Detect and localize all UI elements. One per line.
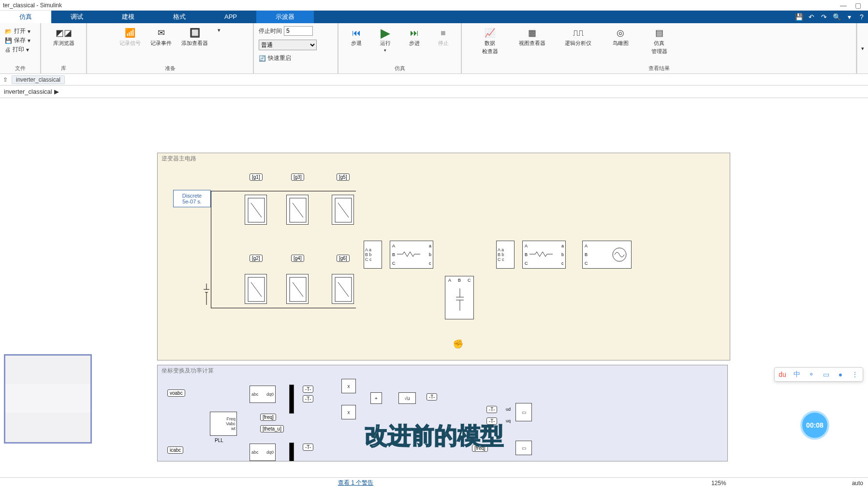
redo-icon[interactable]: ↷ xyxy=(818,11,830,23)
tag-theta[interactable]: [theta_u] xyxy=(260,425,284,432)
tag-T1[interactable]: -T- xyxy=(303,386,313,393)
maximize-icon[interactable]: ▢ xyxy=(851,1,865,9)
minimize-icon[interactable]: — xyxy=(836,1,851,9)
print-button[interactable]: 🖨打印▾ xyxy=(5,45,30,54)
prepare-dropdown[interactable]: ▾ xyxy=(214,25,224,35)
tag-voabc[interactable]: voabc xyxy=(167,389,185,397)
log-signal-button[interactable]: 📶 记录信号 xyxy=(116,25,145,49)
tag-g3[interactable]: [g3] xyxy=(291,173,304,181)
ime-dot-icon[interactable]: ⚬ xyxy=(807,370,816,379)
label-pll: PLL xyxy=(215,438,223,443)
block-ac-source[interactable]: ABC xyxy=(582,241,632,269)
record-timer: 00:08 xyxy=(800,411,829,440)
svg-text:C: C xyxy=(525,261,528,266)
block-igbt-2[interactable] xyxy=(245,274,267,304)
tag-icabc[interactable]: icabc xyxy=(167,446,183,454)
title-bar: ter_classical - Simulink — ▢ xyxy=(0,0,868,11)
nav-up-icon[interactable]: ⇧ xyxy=(3,76,8,83)
ime-more-icon[interactable]: ⋮ xyxy=(850,370,860,379)
log-event-button[interactable]: ✉ 记录事件 xyxy=(147,25,176,49)
add-viewer-button[interactable]: 🔲 添加查看器 xyxy=(177,25,212,49)
tag-g5[interactable]: [g5] xyxy=(337,173,350,181)
group-label-file: 文件 xyxy=(0,65,40,73)
tab-simulation[interactable]: 仿真 xyxy=(0,11,51,23)
tab-modeling[interactable]: 建模 xyxy=(103,11,154,23)
svg-line-7 xyxy=(293,203,303,217)
block-rlc-2[interactable]: ABCabc xyxy=(522,241,566,269)
data-inspector-button[interactable]: 📈 数据 检查器 xyxy=(476,25,503,57)
ribbon-dropdown[interactable]: ▾ xyxy=(857,23,868,73)
tag-g2[interactable]: [g2] xyxy=(250,255,263,262)
dropdown-icon[interactable]: ▾ xyxy=(843,11,855,23)
search-icon[interactable]: 🔍 xyxy=(830,11,843,23)
block-igbt-6[interactable] xyxy=(332,274,354,304)
block-abc-dq0-1[interactable]: abcdq0 xyxy=(250,386,276,403)
tag-g6[interactable]: [g6] xyxy=(337,255,350,262)
view-viewer-button[interactable]: ▦ 视图查看器 xyxy=(515,25,549,49)
step-back-button[interactable]: ⏮ 步退 xyxy=(343,25,370,49)
area-title-1: 逆变器主电路 xyxy=(158,153,730,164)
block-demux-1[interactable] xyxy=(289,385,294,414)
open-button[interactable]: 📂打开▾ xyxy=(5,27,30,35)
block-igbt-4[interactable] xyxy=(286,274,309,304)
tab-format[interactable]: 格式 xyxy=(154,11,205,23)
block-measurement-1[interactable]: A aB bC c xyxy=(364,241,382,269)
ime-logo-icon[interactable]: du xyxy=(778,370,787,379)
stop-button[interactable]: ■ 停止 xyxy=(430,25,457,49)
sim-mode-select[interactable]: 普通 xyxy=(259,40,317,50)
help-icon[interactable]: ? xyxy=(855,11,868,23)
tag-T2[interactable]: -T- xyxy=(303,395,313,402)
ime-keyboard-icon[interactable]: ▭ xyxy=(821,370,831,379)
block-sum[interactable]: + xyxy=(370,392,382,404)
model-thumbnail[interactable] xyxy=(4,354,92,444)
breadcrumb-root[interactable]: inverter_classical xyxy=(4,88,52,95)
block-igbt-5[interactable] xyxy=(332,195,354,225)
status-zoom[interactable]: 125% xyxy=(711,480,726,487)
save-quick-icon[interactable]: 💾 xyxy=(793,11,805,23)
ime-lang[interactable]: 中 xyxy=(792,370,802,379)
tag-out[interactable]: -T- xyxy=(427,393,437,401)
block-abc-dq0-2[interactable]: abcdq0 xyxy=(250,444,276,461)
tag-g4[interactable]: [g4] xyxy=(291,255,304,262)
library-browser-button[interactable]: ◩◪ 库浏览器 xyxy=(49,25,78,49)
status-warning-link[interactable]: 查看 1 个警告 xyxy=(338,479,373,486)
block-sqrt[interactable]: √u xyxy=(398,392,416,404)
undo-icon[interactable]: ↶ xyxy=(805,11,818,23)
block-cap-bank[interactable]: ABC xyxy=(445,276,474,319)
ribbon-tab-strip: 仿真 调试 建模 格式 APP 示波器 💾 ↶ ↷ 🔍 ▾ ? xyxy=(0,11,868,23)
svg-text:B: B xyxy=(525,252,528,257)
block-mult-2[interactable]: x xyxy=(341,405,356,419)
block-dc-source[interactable] xyxy=(204,284,214,307)
block-demux-2[interactable] xyxy=(289,443,294,461)
fast-restart-button[interactable]: 🔄 快速重启 xyxy=(256,53,294,63)
area-main-circuit[interactable]: 逆变器主电路 Discrete 5e-07 s. [g1] [g3] [g5] … xyxy=(157,153,730,360)
block-powergui[interactable]: Discrete 5e-07 s. xyxy=(173,190,211,207)
ime-user-icon[interactable]: ● xyxy=(836,370,845,379)
step-forward-button[interactable]: ⏭ 步进 xyxy=(401,25,428,49)
tag-T3[interactable]: -T- xyxy=(303,444,313,451)
tag-g1[interactable]: [g1] xyxy=(250,173,263,181)
svg-text:a: a xyxy=(429,244,431,248)
block-scope-1[interactable]: ▭ xyxy=(515,403,532,421)
block-mult-1[interactable]: x xyxy=(341,379,356,393)
logic-analyzer-button[interactable]: ⎍⎍ 逻辑分析仪 xyxy=(561,25,595,49)
stop-time-input[interactable] xyxy=(284,26,313,36)
sim-manager-button[interactable]: ▤ 仿真 管理器 xyxy=(646,25,673,57)
block-scope-2[interactable]: ▭ xyxy=(515,441,532,455)
block-rlc-1[interactable]: ABCabc xyxy=(390,241,433,269)
block-pll[interactable]: Freq Vabc wt xyxy=(210,412,237,436)
svg-text:A: A xyxy=(585,244,588,248)
tag-ud-in[interactable]: -T- xyxy=(486,406,497,413)
tab-debug[interactable]: 调试 xyxy=(51,11,103,23)
tag-freq[interactable]: [freq] xyxy=(260,414,276,421)
block-measurement-2[interactable]: A aB bC c xyxy=(496,241,515,269)
run-button[interactable]: ▶ 运行▾ xyxy=(372,25,399,55)
save-button[interactable]: 💾保存▾ xyxy=(5,36,30,44)
ime-toolbar[interactable]: du 中 ⚬ ▭ ● ⋮ xyxy=(774,367,863,382)
path-chip[interactable]: inverter_classical xyxy=(12,75,65,84)
block-igbt-1[interactable] xyxy=(245,195,267,225)
tab-scope[interactable]: 示波器 xyxy=(256,11,314,23)
bird-eye-button[interactable]: ◎ 鸟瞰图 xyxy=(607,25,634,49)
tab-app[interactable]: APP xyxy=(205,11,256,23)
block-igbt-3[interactable] xyxy=(286,195,309,225)
